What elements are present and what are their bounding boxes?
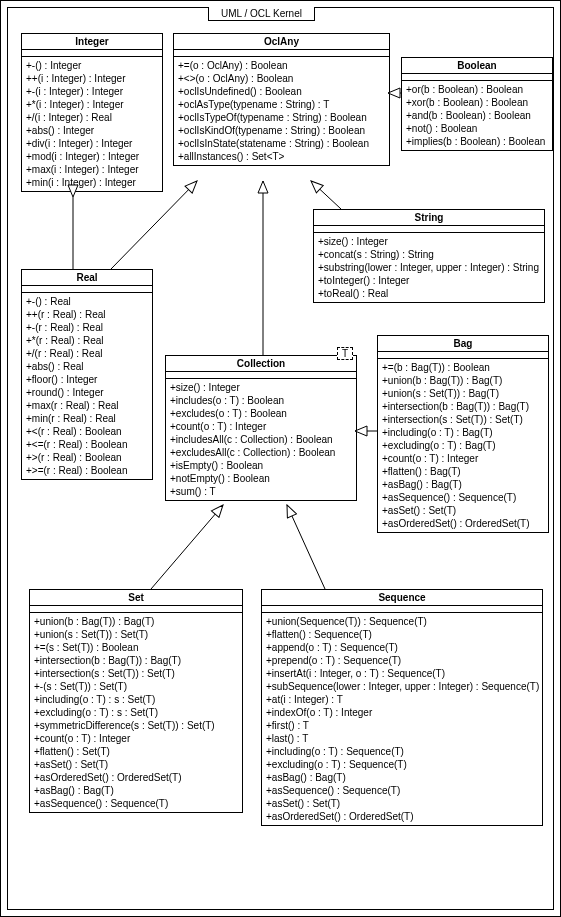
operation: +floor() : Integer: [26, 373, 148, 386]
operation: ++(i : Integer) : Integer: [26, 72, 158, 85]
operation: +abs() : Real: [26, 360, 148, 373]
operation: +toReal() : Real: [318, 287, 540, 300]
operation: +intersection(b : Bag(T)) : Bag(T): [34, 654, 238, 667]
operation: +count(o : T) : Integer: [382, 452, 544, 465]
operation: +intersection(s : Set(T)) : Set(T): [34, 667, 238, 680]
operation: +max(r : Real) : Real: [26, 399, 148, 412]
operation: +intersection(b : Bag(T)) : Bag(T): [382, 400, 544, 413]
operation: +oclAsType(typename : String) : T: [178, 98, 385, 111]
operation: +asSequence() : Sequence(T): [266, 784, 538, 797]
operation: +flatten() : Set(T): [34, 745, 238, 758]
class-oclany-ops: +=(o : OclAny) : Boolean+<>(o : OclAny) …: [174, 57, 389, 165]
operation: +asBag() : Bag(T): [382, 478, 544, 491]
operation: +including(o : T) : Bag(T): [382, 426, 544, 439]
operation: +*(i : Integer) : Integer: [26, 98, 158, 111]
class-bag: Bag +=(b : Bag(T)) : Boolean+union(b : B…: [377, 335, 549, 533]
operation: +asBag() : Bag(T): [266, 771, 538, 784]
operation: +isEmpty() : Boolean: [170, 459, 352, 472]
operation: +asBag() : Bag(T): [34, 784, 238, 797]
class-string-ops: +size() : Integer+concat(s : String) : S…: [314, 233, 544, 302]
operation: +oclIsInState(statename : String) : Bool…: [178, 137, 385, 150]
collection-template-param: T: [337, 347, 353, 360]
operation: +including(o : T) : Sequence(T): [266, 745, 538, 758]
class-set-ops: +union(b : Bag(T)) : Bag(T)+union(s : Se…: [30, 613, 242, 812]
operation: +asSet() : Set(T): [34, 758, 238, 771]
class-integer: Integer +-() : Integer++(i : Integer) : …: [21, 33, 163, 192]
operation: +excludes(o : T) : Boolean: [170, 407, 352, 420]
class-real-name: Real: [22, 270, 152, 286]
operation: +toInteger() : Integer: [318, 274, 540, 287]
operation: +count(o : T) : Integer: [170, 420, 352, 433]
operation: +or(b : Boolean) : Boolean: [406, 83, 548, 96]
class-integer-name: Integer: [22, 34, 162, 50]
operation: +>(r : Real) : Boolean: [26, 451, 148, 464]
operation: +min(i : Integer) : Integer: [26, 176, 158, 189]
class-string-name: String: [314, 210, 544, 226]
operation: +excluding(o : T) : Bag(T): [382, 439, 544, 452]
operation: +abs() : Integer: [26, 124, 158, 137]
operation: +includesAll(c : Collection) : Boolean: [170, 433, 352, 446]
class-bag-name: Bag: [378, 336, 548, 352]
operation: +-(i : Integer) : Integer: [26, 85, 158, 98]
class-bag-ops: +=(b : Bag(T)) : Boolean+union(b : Bag(T…: [378, 359, 548, 532]
operation: +<>(o : OclAny) : Boolean: [178, 72, 385, 85]
operation: +round() : Integer: [26, 386, 148, 399]
operation: ++(r : Real) : Real: [26, 308, 148, 321]
class-collection-ops: +size() : Integer+includes(o : T) : Bool…: [166, 379, 356, 500]
operation: +insertAt(i : Integer, o : T) : Sequence…: [266, 667, 538, 680]
operation: +subSequence(lower : Integer, upper : In…: [266, 680, 538, 693]
operation: +=(b : Bag(T)) : Boolean: [382, 361, 544, 374]
operation: +allInstances() : Set<T>: [178, 150, 385, 163]
operation: +oclIsTypeOf(typename : String) : Boolea…: [178, 111, 385, 124]
operation: +count(o : T) : Integer: [34, 732, 238, 745]
operation: +asSet() : Set(T): [382, 504, 544, 517]
class-oclany: OclAny +=(o : OclAny) : Boolean+<>(o : O…: [173, 33, 390, 166]
operation: +append(o : T) : Sequence(T): [266, 641, 538, 654]
operation: +at(i : Integer) : T: [266, 693, 538, 706]
operation: +concat(s : String) : String: [318, 248, 540, 261]
operation: +notEmpty() : Boolean: [170, 472, 352, 485]
operation: +<(r : Real) : Boolean: [26, 425, 148, 438]
class-oclany-name: OclAny: [174, 34, 389, 50]
class-sequence-name: Sequence: [262, 590, 542, 606]
operation: +=(s : Set(T)) : Boolean: [34, 641, 238, 654]
operation: +symmetricDifference(s : Set(T)) : Set(T…: [34, 719, 238, 732]
operation: +flatten() : Sequence(T): [266, 628, 538, 641]
operation: +and(b : Boolean) : Boolean: [406, 109, 548, 122]
operation: +min(r : Real) : Real: [26, 412, 148, 425]
operation: +/(r : Real) : Real: [26, 347, 148, 360]
operation: +asSet() : Set(T): [266, 797, 538, 810]
operation: +mod(i : Integer) : Integer: [26, 150, 158, 163]
operation: +asSequence() : Sequence(T): [382, 491, 544, 504]
operation: +div(i : Integer) : Integer: [26, 137, 158, 150]
class-string: String +size() : Integer+concat(s : Stri…: [313, 209, 545, 303]
operation: +asOrderedSet() : OrderedSet(T): [382, 517, 544, 530]
operation: +excluding(o : T) : Sequence(T): [266, 758, 538, 771]
operation: +including(o : T) : s : Set(T): [34, 693, 238, 706]
class-set-name: Set: [30, 590, 242, 606]
operation: +indexOf(o : T) : Integer: [266, 706, 538, 719]
operation: +xor(b : Boolean) : Boolean: [406, 96, 548, 109]
operation: +-() : Integer: [26, 59, 158, 72]
class-boolean: Boolean +or(b : Boolean) : Boolean+xor(b…: [401, 57, 553, 151]
operation: +asOrderedSet() : OrderedSet(T): [266, 810, 538, 823]
operation: +asOrderedSet() : OrderedSet(T): [34, 771, 238, 784]
operation: +prepend(o : T) : Sequence(T): [266, 654, 538, 667]
operation: +union(b : Bag(T)) : Bag(T): [34, 615, 238, 628]
operation: +-(s : Set(T)) : Set(T): [34, 680, 238, 693]
operation: +size() : Integer: [318, 235, 540, 248]
operation: +union(Sequence(T)) : Sequence(T): [266, 615, 538, 628]
operation: +excludesAll(c : Collection) : Boolean: [170, 446, 352, 459]
operation: +-() : Real: [26, 295, 148, 308]
operation: +substring(lower : Integer, upper : Inte…: [318, 261, 540, 274]
operation: +max(i : Integer) : Integer: [26, 163, 158, 176]
class-collection-name: Collection: [166, 356, 356, 372]
class-sequence: Sequence +union(Sequence(T)) : Sequence(…: [261, 589, 543, 826]
operation: +>=(r : Real) : Boolean: [26, 464, 148, 477]
class-collection: Collection +size() : Integer+includes(o …: [165, 355, 357, 501]
operation: +/(i : Integer) : Real: [26, 111, 158, 124]
class-sequence-ops: +union(Sequence(T)) : Sequence(T)+flatte…: [262, 613, 542, 825]
operation: +<=(r : Real) : Boolean: [26, 438, 148, 451]
class-real: Real +-() : Real++(r : Real) : Real+-(r …: [21, 269, 153, 480]
operation: +union(b : Bag(T)) : Bag(T): [382, 374, 544, 387]
